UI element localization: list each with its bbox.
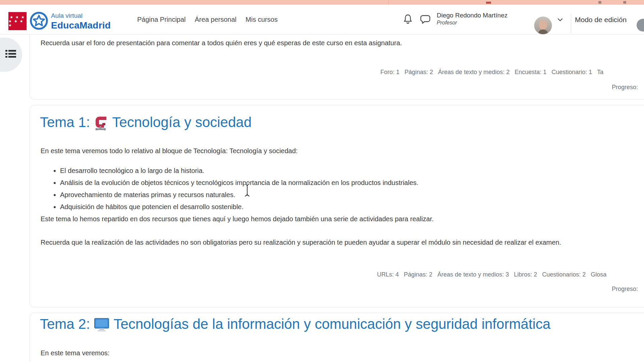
- nav-mis-cursos[interactable]: Mis cursos: [246, 16, 278, 23]
- section-title-prefix: Tema 2:: [40, 316, 90, 333]
- messages-button[interactable]: [420, 5, 431, 35]
- progress-summary: Progreso:: [612, 286, 638, 293]
- course-index-toggle[interactable]: [0, 38, 22, 72]
- desktop-computer-icon: [94, 318, 109, 333]
- clamp-icon: [94, 116, 108, 131]
- edit-mode-toggle[interactable]: [637, 19, 644, 32]
- notifications-button[interactable]: [402, 5, 413, 35]
- i-beam-cursor: [244, 183, 250, 198]
- section-title-prefix: Tema 1:: [40, 114, 90, 131]
- section-title-tema1[interactable]: Tema 1: Tecnología y sociedad: [40, 114, 252, 131]
- brand[interactable]: Aula virtual EducaMadrid: [51, 12, 111, 31]
- chrome-mark: [598, 1, 601, 4]
- section-intro: Recuerda usar el foro de presentación pa…: [41, 39, 402, 48]
- user-menu[interactable]: Diego Redondo Martínez Profesor: [437, 12, 507, 26]
- avatar[interactable]: [534, 16, 552, 35]
- brand-site-name: EducaMadrid: [51, 20, 111, 31]
- bullet-item: Aprovechamiento de materias primas y rec…: [60, 189, 418, 201]
- section-title-text: Tecnologías de la información y comunica…: [113, 316, 550, 333]
- bullet-item: Adquisición de hábitos que potencien el …: [60, 201, 418, 213]
- user-role: Profesor: [437, 20, 507, 26]
- edit-mode-label: Modo de edición: [575, 5, 627, 35]
- section-paragraph: Recuerda que la realización de las activ…: [41, 237, 596, 248]
- madrid-flag-logo: ★ ★ ★★ ★ ★ ★: [8, 12, 26, 30]
- site-header: ★ ★ ★★ ★ ★ ★ Aula virtual EducaMadrid Pá…: [0, 5, 644, 35]
- section-card-tema1: Tema 1: Tecnología y sociedad En este te…: [30, 105, 644, 307]
- activity-summary: Foro: 1 Páginas: 2 Áreas de texto y medi…: [380, 69, 603, 76]
- section-paragraph: Este tema lo hemos repartido en dos recu…: [41, 215, 434, 224]
- section-title-tema2[interactable]: Tema 2: Tecnologías de la información y …: [40, 316, 550, 333]
- chrome-divider: [388, 0, 389, 5]
- list-icon: [0, 49, 16, 60]
- progress-summary: Progreso:: [612, 84, 638, 91]
- bullet-item: Análisis de la evolución de objetos técn…: [60, 177, 418, 189]
- chevron-down-icon: [557, 17, 563, 23]
- section-intro: En este tema veremos todo lo relativo al…: [41, 146, 298, 156]
- header-divider: [571, 13, 571, 33]
- bullet-item: El desarrollo tecnológico a lo largo de …: [60, 165, 418, 177]
- brand-app-name: Aula virtual: [51, 12, 111, 19]
- chrome-mark: [486, 2, 491, 4]
- user-menu-expand[interactable]: [557, 5, 563, 35]
- page: ★ ★ ★★ ★ ★ ★ Aula virtual EducaMadrid Pá…: [0, 0, 644, 362]
- bell-icon: [402, 13, 413, 26]
- educamadrid-logo-icon: [30, 11, 48, 32]
- main-nav: Página Principal Área personal Mis curso…: [137, 5, 278, 35]
- section-intro: En este tema veremos:: [41, 349, 110, 358]
- topic-bullet-list: El desarrollo tecnológico a lo largo de …: [41, 165, 418, 213]
- chrome-mark: [623, 1, 626, 4]
- user-name: Diego Redondo Martínez: [437, 12, 507, 19]
- browser-chrome-strip: [0, 0, 644, 5]
- section-card-tema2: Tema 2: Tecnologías de la información y …: [30, 313, 644, 362]
- nav-pagina-principal[interactable]: Página Principal: [137, 16, 186, 23]
- activity-summary: URLs: 4 Páginas: 2 Áreas de texto y medi…: [377, 271, 606, 278]
- chat-icon: [420, 14, 431, 25]
- section-title-text: Tecnología y sociedad: [112, 114, 252, 131]
- nav-area-personal[interactable]: Área personal: [195, 16, 237, 23]
